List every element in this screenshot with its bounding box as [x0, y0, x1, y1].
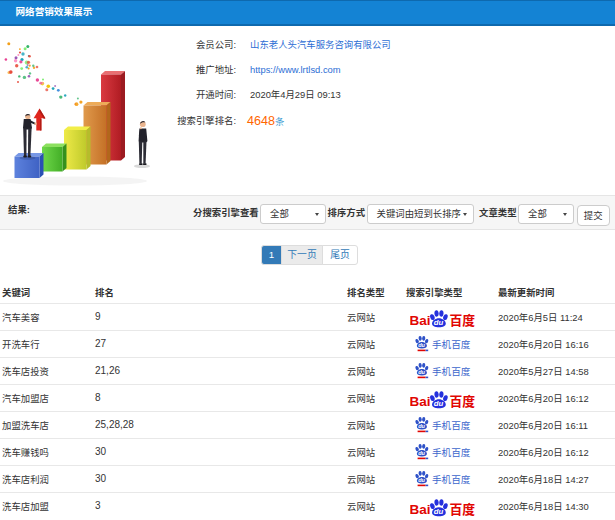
svg-text:手机百度: 手机百度 — [432, 444, 471, 458]
svg-text:du: du — [418, 423, 425, 429]
svg-text:du: du — [418, 369, 425, 375]
svg-text:百度: 百度 — [449, 310, 475, 328]
svg-text:du: du — [418, 450, 425, 456]
svg-text:手机百度: 手机百度 — [432, 417, 471, 431]
svg-text:百度: 百度 — [449, 391, 475, 409]
svg-text:du: du — [433, 399, 443, 408]
svg-text:手机百度: 手机百度 — [432, 336, 471, 350]
svg-text:du: du — [433, 318, 443, 327]
svg-text:手机百度: 手机百度 — [432, 471, 471, 485]
svg-text:du: du — [418, 477, 425, 483]
svg-text:Bai: Bai — [410, 394, 431, 409]
svg-text:du: du — [433, 507, 443, 516]
svg-text:手机百度: 手机百度 — [432, 363, 471, 377]
svg-text:百度: 百度 — [449, 499, 475, 517]
svg-text:Bai: Bai — [410, 313, 431, 328]
svg-text:du: du — [418, 342, 425, 348]
svg-text:Bai: Bai — [410, 502, 431, 517]
